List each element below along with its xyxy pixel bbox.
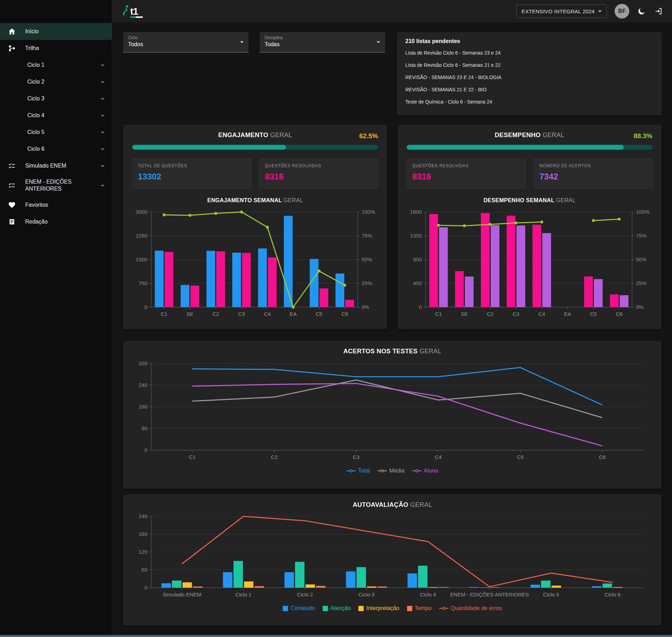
svg-text:320: 320: [139, 360, 147, 366]
sidebar-item-inicio[interactable]: Início: [0, 23, 112, 40]
svg-text:50%: 50%: [362, 256, 372, 262]
autoavaliacao-legend: ConteúdoAtençãoInterpretaçãoTempoQuantid…: [132, 605, 653, 611]
home-icon: [8, 27, 16, 36]
brand-underline: [130, 16, 143, 18]
sidebar-item-trilha[interactable]: Trilha: [0, 40, 112, 57]
acertos-chart: 080160240320C1C2C3C4C5C6: [132, 359, 653, 466]
legend-item-total[interactable]: Total: [346, 468, 370, 474]
disciplina-select[interactable]: Disciplina Todas: [260, 32, 385, 52]
pending-list-item[interactable]: REVISÃO - SEMANAS 23 E 24 - BIOLOGIA: [405, 71, 653, 83]
plan-selector-button[interactable]: EXTENSIVO INTEGRAL 2024: [516, 5, 607, 18]
disciplina-select-label: Disciplina: [265, 35, 380, 40]
acertos-card: ACERTOS NOS TESTES GERAL 080160240320C1C…: [123, 341, 662, 489]
acertos-legend: TotalMédiaAluno: [132, 468, 653, 474]
trail-icon: [8, 44, 16, 52]
svg-text:C3: C3: [353, 454, 359, 460]
stat-box: QUESTÕES RESOLVIDAS8316: [406, 158, 526, 189]
legend-item-aten-o[interactable]: Atenção: [323, 605, 351, 611]
svg-text:Ciclo 5: Ciclo 5: [543, 592, 559, 597]
ciclo-select-value: Todos: [128, 41, 244, 48]
sidebar-item-favoritos[interactable]: Favoritos: [0, 197, 112, 213]
legend-item-aluno[interactable]: Aluno: [412, 468, 438, 474]
ciclo-select[interactable]: Ciclo Todos: [123, 32, 248, 52]
caret-down-icon: [598, 10, 602, 12]
svg-text:SE: SE: [461, 311, 468, 317]
sidebar-nav: Início Trilha Ciclo 1Ciclo 2Ciclo 3Ciclo…: [0, 0, 112, 230]
sidebar-item-simulado-enem[interactable]: Simulado ENEM: [0, 157, 112, 174]
desempenho-card: DESEMPENHO GERAL 88.3% QUESTÕES RESOLVID…: [398, 125, 662, 329]
svg-text:75%: 75%: [636, 233, 646, 239]
pending-list-item[interactable]: REVISÃO - SEMANAS 21 E 22 - BIO: [405, 83, 653, 95]
plan-selector-label: EXTENSIVO INTEGRAL 2024: [522, 8, 595, 14]
sidebar-item-ciclo-1[interactable]: Ciclo 1: [0, 57, 112, 73]
disciplina-select-value: Todas: [265, 41, 380, 48]
svg-text:25%: 25%: [636, 280, 646, 286]
brand-logo: t1: [121, 5, 143, 18]
svg-text:C3: C3: [238, 311, 245, 317]
svg-text:240: 240: [139, 382, 147, 388]
svg-text:0: 0: [145, 585, 147, 590]
svg-text:C5: C5: [590, 311, 597, 317]
legend-item-tempo[interactable]: Tempo: [407, 605, 432, 611]
svg-text:C5: C5: [316, 311, 322, 317]
legend-item-quantidade-de-erros[interactable]: Quantidade de erros: [439, 605, 502, 611]
svg-text:EA: EA: [290, 311, 297, 317]
sidebar-item-label: Trilha: [25, 45, 39, 52]
svg-text:Ciclo 4: Ciclo 4: [420, 592, 436, 597]
desempenho-stats: QUESTÕES RESOLVIDAS8316NÚMERO DE ACERTOS…: [406, 158, 653, 189]
autoavaliacao-card: AUTOAVALIAÇÃO GERAL 060120180240Simulado…: [123, 494, 662, 625]
engajamento-percent: 62.5%: [359, 132, 378, 140]
checklist-icon: [8, 162, 16, 170]
svg-text:C4: C4: [435, 454, 442, 460]
desempenho-progress-bar: [407, 145, 652, 150]
svg-text:80: 80: [141, 425, 147, 431]
svg-text:C5: C5: [517, 454, 524, 460]
legend-item-interpreta-o[interactable]: Interpretação: [358, 605, 399, 611]
svg-text:1800: 1800: [410, 209, 422, 215]
sidebar-bottom-group: Simulado ENEMENEM - EDIÇÕES ANTERIORESFa…: [0, 157, 112, 230]
acertos-title: ACERTOS NOS TESTES GERAL: [132, 348, 653, 355]
sidebar-item-label: Início: [25, 28, 38, 35]
sidebar-item-reda-o[interactable]: Redação: [0, 213, 112, 230]
svg-text:C1: C1: [189, 454, 196, 460]
pending-list-item[interactable]: Lista de Revisão Ciclo 6 - Semanas 21 e …: [405, 59, 653, 71]
engajamento-progress-bar: [132, 145, 378, 150]
pending-list-item[interactable]: Teste de Química - Ciclo 6 - Semana 24: [405, 95, 653, 108]
svg-text:0: 0: [145, 304, 147, 310]
svg-text:C6: C6: [599, 454, 606, 460]
legend-item-m-dia[interactable]: Média: [378, 468, 405, 474]
pending-list-item[interactable]: Lista de Revisão Ciclo 6 - Semanas 23 e …: [405, 47, 653, 59]
desempenho-percent: 88.3%: [634, 132, 652, 140]
sidebar-item-ciclo-2[interactable]: Ciclo 2: [0, 73, 112, 90]
sidebar-item-ciclo-6[interactable]: Ciclo 6: [0, 141, 112, 157]
avatar[interactable]: BF: [615, 4, 629, 19]
sidebar-item-ciclo-3[interactable]: Ciclo 3: [0, 90, 112, 107]
topbar-controls: EXTENSIVO INTEGRAL 2024 BF: [516, 4, 663, 19]
svg-text:100%: 100%: [636, 209, 649, 215]
svg-text:ENEM - EDIÇÕES ANTERIORES: ENEM - EDIÇÕES ANTERIORES: [450, 592, 529, 597]
autoavaliacao-title: AUTOAVALIAÇÃO GERAL: [132, 501, 653, 509]
svg-text:Ciclo 3: Ciclo 3: [358, 592, 374, 597]
sidebar-item-ciclo-5[interactable]: Ciclo 5: [0, 124, 112, 141]
svg-text:2250: 2250: [136, 233, 147, 239]
svg-text:180: 180: [139, 531, 147, 537]
svg-text:120: 120: [139, 549, 147, 555]
sidebar-item-enem-edi-es-anteriores[interactable]: ENEM - EDIÇÕES ANTERIORES: [0, 174, 112, 197]
svg-text:Ciclo 2: Ciclo 2: [297, 592, 313, 597]
svg-text:3000: 3000: [136, 209, 147, 215]
svg-text:C2: C2: [487, 311, 493, 317]
svg-text:60: 60: [141, 567, 147, 573]
caret-down-icon: [377, 41, 380, 43]
svg-text:Simulado ENEM: Simulado ENEM: [163, 592, 201, 597]
svg-text:C2: C2: [271, 454, 278, 460]
svg-text:C4: C4: [264, 311, 271, 317]
svg-text:Ciclo 1: Ciclo 1: [236, 592, 252, 597]
stat-box: TOTAL DE QUESTÕES13302: [132, 158, 252, 189]
svg-text:750: 750: [139, 280, 147, 286]
logout-icon[interactable]: [654, 7, 663, 16]
legend-item-conte-do[interactable]: Conteúdo: [283, 605, 315, 611]
dark-mode-toggle[interactable]: [637, 7, 646, 16]
brand-wordmark: t1: [130, 7, 138, 16]
sidebar-item-ciclo-4[interactable]: Ciclo 4: [0, 107, 112, 124]
engajamento-semanal-chart: 07501500225030000%25%50%75%100%C1SEC2C3C…: [132, 206, 379, 323]
